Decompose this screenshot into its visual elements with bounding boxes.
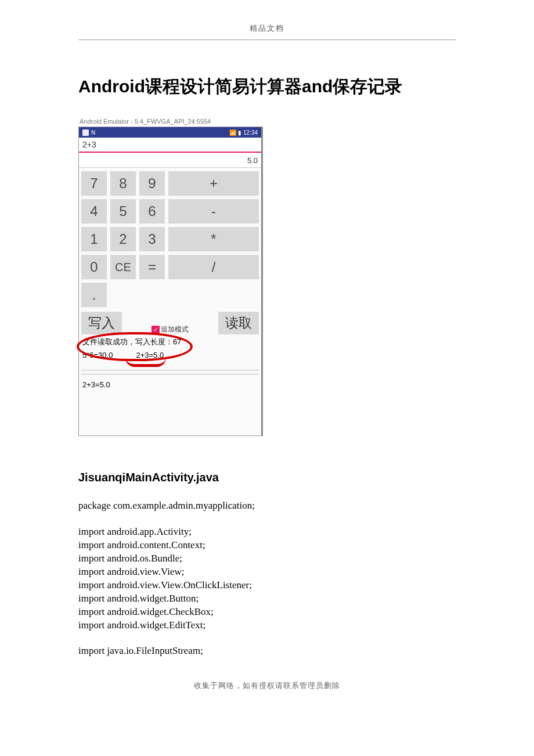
status-area: 文件读取成功，写入长度：67 5*6=30.0 2+3=5.0: [79, 336, 261, 359]
page-header: 精品文档: [78, 23, 456, 39]
divider: [81, 374, 259, 375]
calculator-keypad: 7 8 9 + 4 5 6 - 1 2 3 * 0: [79, 168, 261, 312]
code-line: package com.example.admin.myapplication;: [78, 499, 456, 513]
status-message: 文件读取成功，写入长度：67: [82, 337, 258, 347]
key-0[interactable]: 0: [81, 255, 107, 279]
section-heading: JisuanqiMainActivity.java: [78, 471, 456, 484]
key-5[interactable]: 5: [110, 199, 136, 224]
append-mode-label: 追加模式: [161, 325, 189, 334]
code-line: import android.widget.Button;: [78, 592, 456, 606]
key-9[interactable]: 9: [139, 171, 165, 196]
key-multiply[interactable]: *: [168, 227, 259, 251]
emulator-screenshot: Android Emulator - 5.4_FWVGA_API_24:5554…: [78, 116, 264, 436]
code-line: import android.widget.EditText;: [78, 619, 456, 632]
document-page: 精品文档 Android课程设计简易计算器and保存记录 Android Emu…: [0, 0, 534, 708]
document-title: Android课程设计简易计算器and保存记录: [78, 75, 456, 99]
signal-icon: 📶: [229, 129, 236, 136]
key-1[interactable]: 1: [81, 227, 107, 251]
code-line: import java.io.FileInputStream;: [78, 645, 456, 658]
code-line: import android.view.View;: [78, 566, 456, 579]
code-line: import android.view.View.OnClickListener…: [78, 579, 456, 592]
notification-icon: [82, 129, 89, 136]
key-7[interactable]: 7: [81, 171, 107, 196]
code-line: import android.widget.CheckBox;: [78, 606, 456, 619]
key-divide[interactable]: /: [168, 255, 259, 279]
android-statusbar: N 📶 ▮ 12:34: [79, 127, 261, 138]
code-blank-line: [78, 513, 456, 525]
key-8[interactable]: 8: [110, 171, 136, 196]
append-mode-checkbox[interactable]: ✓ 追加模式: [128, 325, 212, 334]
saved-record-1: 5*6=30.0: [82, 351, 113, 359]
battery-icon: ▮: [238, 129, 241, 136]
code-blank-line: [78, 632, 456, 645]
page-footer: 收集于网络，如有侵权请联系管理员删除: [78, 681, 456, 691]
result-output: 5.0: [79, 153, 261, 168]
io-row: 写入 ✓ 追加模式 读取: [79, 312, 261, 336]
statusbar-time: 12:34: [243, 129, 258, 136]
key-6[interactable]: 6: [139, 199, 165, 224]
expression-input[interactable]: 2+3: [79, 138, 261, 153]
code-line: import android.app.Activity;: [78, 525, 456, 539]
write-button[interactable]: 写入: [81, 312, 122, 334]
key-minus[interactable]: -: [168, 199, 259, 224]
key-2[interactable]: 2: [110, 227, 136, 251]
header-divider: [78, 39, 456, 40]
divider: [81, 370, 259, 370]
emulator-frame: N 📶 ▮ 12:34 2+3 5.0 7 8 9 + 4: [78, 127, 263, 436]
key-dot[interactable]: .: [81, 283, 107, 307]
read-button[interactable]: 读取: [218, 312, 259, 334]
emulator-caption: Android Emulator - 5.4_FWVGA_API_24:5554: [78, 116, 264, 127]
history-line: 2+3=5.0: [82, 380, 258, 389]
code-block: package com.example.admin.myapplication;…: [78, 499, 456, 658]
statusbar-letter: N: [91, 129, 95, 136]
checkbox-checked-icon: ✓: [151, 326, 160, 334]
key-3[interactable]: 3: [139, 227, 165, 251]
key-4[interactable]: 4: [81, 199, 107, 224]
key-equals[interactable]: =: [139, 255, 165, 279]
saved-record-2: 2+3=5.0: [136, 351, 164, 359]
code-line: import android.content.Context;: [78, 539, 456, 552]
key-plus[interactable]: +: [168, 171, 259, 196]
history-area: 2+3=5.0: [79, 378, 261, 435]
code-line: import android.os.Bundle;: [78, 552, 456, 566]
key-ce[interactable]: CE: [110, 255, 136, 279]
